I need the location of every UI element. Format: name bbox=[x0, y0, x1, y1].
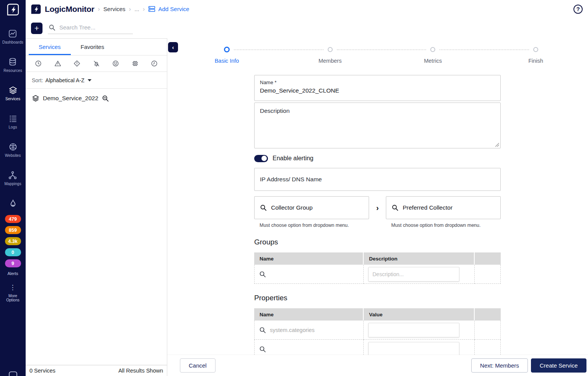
collector-group-help: Must choose option from dropdown menu. bbox=[254, 223, 369, 228]
sort-label: Sort: bbox=[32, 77, 43, 83]
search-icon bbox=[259, 271, 266, 278]
group-actions-cell bbox=[475, 265, 501, 284]
property-value-input[interactable] bbox=[368, 323, 459, 337]
sidebar-item-dashboards[interactable]: Dashboards bbox=[2, 29, 23, 44]
ip-dns-input[interactable] bbox=[255, 168, 500, 190]
zoom-out-icon[interactable] bbox=[102, 95, 109, 102]
column-header-description: Description bbox=[364, 252, 475, 265]
tree-search[interactable] bbox=[48, 23, 133, 34]
history-filter-icon[interactable] bbox=[151, 60, 158, 67]
tree-item-name: Demo_Service_2022 bbox=[43, 95, 98, 102]
feedback-icon[interactable] bbox=[8, 371, 18, 376]
sidebar-item-label: Dashboards bbox=[2, 40, 23, 44]
sdt-filter-icon[interactable] bbox=[35, 60, 42, 67]
step-finish[interactable]: Finish bbox=[533, 47, 538, 52]
step-connector bbox=[439, 49, 529, 50]
next-members-button[interactable]: Next: Members bbox=[471, 358, 528, 373]
logs-icon bbox=[8, 114, 18, 123]
chevron-left-icon: ‹ bbox=[172, 44, 174, 50]
create-service-button[interactable]: Create Service bbox=[531, 358, 586, 373]
help-button[interactable]: ? bbox=[573, 5, 583, 14]
alerting-disabled-filter-icon[interactable] bbox=[93, 60, 100, 67]
property-name-placeholder: system.categories bbox=[270, 327, 315, 333]
more-options-button[interactable]: ⋮ More Options bbox=[4, 284, 22, 302]
sidebar-item-label: Websites bbox=[5, 153, 21, 158]
services-count: 0 Services bbox=[29, 368, 56, 374]
step-metrics[interactable]: Metrics bbox=[430, 47, 435, 52]
add-service-form-area: ‹ Basic Info Members Metrics bbox=[167, 38, 588, 376]
groups-section-title: Groups bbox=[254, 238, 501, 246]
alert-badge-error[interactable]: 859 bbox=[5, 226, 21, 234]
sort-row: Sort: Alphabetical A-Z bbox=[26, 72, 167, 89]
collapse-panel-button[interactable]: ‹ bbox=[168, 42, 178, 52]
property-name-cell[interactable]: system.categories bbox=[254, 321, 364, 340]
brand[interactable]: LogicMonitor bbox=[30, 3, 94, 15]
sidebar-item-label: Mappings bbox=[4, 182, 21, 186]
step-basic-info[interactable]: Basic Info bbox=[224, 47, 230, 52]
services-icon bbox=[8, 86, 18, 95]
group-name-cell[interactable] bbox=[254, 265, 364, 284]
description-field bbox=[254, 103, 501, 148]
group-description-cell bbox=[364, 265, 475, 284]
properties-section-title: Properties bbox=[254, 294, 501, 302]
tab-favorites[interactable]: Favorites bbox=[71, 39, 114, 55]
groups-table: Name Description bbox=[254, 252, 501, 284]
search-input[interactable] bbox=[59, 24, 124, 31]
step-connector bbox=[337, 49, 426, 50]
sidebar-item-websites[interactable]: Websites bbox=[5, 142, 21, 158]
sort-value-label: Alphabetical A-Z bbox=[46, 77, 85, 83]
cancel-button[interactable]: Cancel bbox=[180, 358, 216, 373]
step-label: Finish bbox=[528, 58, 543, 64]
collector-group-select[interactable]: Collector Group bbox=[254, 196, 369, 219]
search-icon bbox=[49, 24, 56, 31]
logicmonitor-logo-icon[interactable] bbox=[7, 3, 20, 16]
tab-services[interactable]: Services bbox=[29, 39, 71, 55]
tree-item-service[interactable]: Demo_Service_2022 bbox=[26, 89, 167, 108]
tree-tabs: Services Favorites bbox=[26, 39, 167, 55]
collector-row: Collector Group Must choose option from … bbox=[254, 196, 501, 228]
enable-alerting-toggle[interactable] bbox=[254, 155, 268, 162]
layers-icon bbox=[32, 94, 39, 102]
search-icon bbox=[260, 204, 267, 211]
device-filter-icon[interactable] bbox=[132, 60, 139, 67]
sidebar-item-resources[interactable]: Resources bbox=[3, 57, 22, 73]
wizard-stepper: Basic Info Members Metrics Finish bbox=[224, 47, 538, 52]
step-members[interactable]: Members bbox=[328, 47, 333, 52]
name-input[interactable] bbox=[260, 87, 495, 94]
warning-filter-icon[interactable] bbox=[54, 60, 61, 67]
preferred-collector-select[interactable]: Preferred Collector bbox=[386, 196, 501, 219]
preferred-collector-field: Preferred Collector Must choose option f… bbox=[386, 196, 501, 228]
alert-badge-other[interactable]: 9 bbox=[5, 259, 21, 267]
resize-grip-icon[interactable] bbox=[495, 143, 499, 147]
sidebar-item-label: Resources bbox=[3, 68, 22, 73]
property-value-input[interactable] bbox=[368, 342, 459, 356]
sidebar-item-logs[interactable]: Logs bbox=[8, 114, 18, 129]
resources-icon bbox=[8, 57, 17, 67]
chevron-right-icon: › bbox=[369, 196, 386, 219]
properties-table-row: system.categories bbox=[254, 321, 501, 340]
more-options-label: More Options bbox=[4, 294, 22, 302]
add-button[interactable]: + bbox=[31, 23, 42, 34]
property-value-cell bbox=[364, 321, 475, 340]
tree-body: Demo_Service_2022 bbox=[26, 89, 167, 365]
breadcrumb-ellipsis[interactable]: ... bbox=[134, 6, 139, 12]
breadcrumb-services[interactable]: Services bbox=[103, 6, 126, 12]
dead-host-filter-icon[interactable] bbox=[112, 60, 119, 67]
error-filter-icon[interactable] bbox=[74, 60, 80, 67]
alert-badge-warning[interactable]: 4.3k bbox=[5, 237, 21, 245]
brand-wordmark: LogicMonitor bbox=[45, 5, 94, 14]
plus-icon: + bbox=[34, 24, 39, 32]
sidebar-item-label: Logs bbox=[8, 125, 17, 129]
alert-badge-info[interactable]: 0 bbox=[5, 248, 21, 256]
breadcrumb-add-service[interactable]: Add Service bbox=[148, 5, 189, 13]
top-header: LogicMonitor › Services › ... › Add Serv… bbox=[26, 0, 588, 18]
alert-badge-critical[interactable]: 479 bbox=[5, 215, 21, 223]
group-description-input[interactable] bbox=[368, 267, 459, 282]
description-input[interactable] bbox=[255, 103, 500, 148]
sidebar-item-mappings[interactable]: Mappings bbox=[4, 171, 21, 186]
sort-dropdown[interactable]: Alphabetical A-Z bbox=[46, 77, 91, 83]
flame-icon[interactable] bbox=[9, 199, 17, 209]
search-icon bbox=[259, 327, 266, 334]
sidebar-item-services[interactable]: Services bbox=[5, 86, 20, 101]
tree-panel-footer: 0 Services All Results Shown bbox=[26, 365, 167, 376]
